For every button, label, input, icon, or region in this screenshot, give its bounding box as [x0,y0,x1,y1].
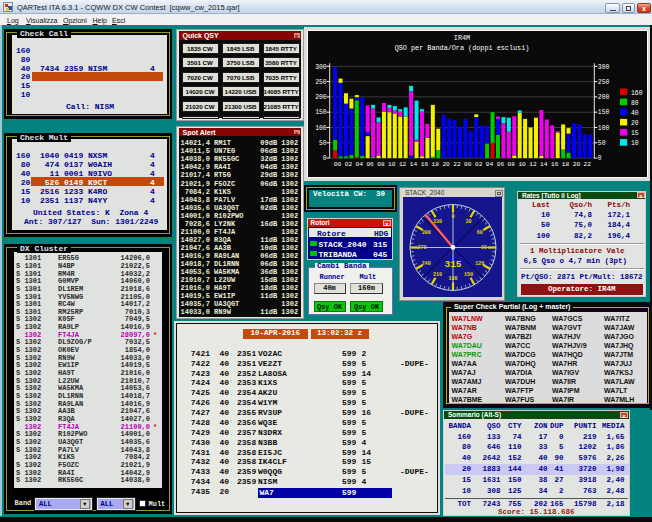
svg-text:22: 22 [583,161,591,168]
svg-text:150: 150 [315,109,327,116]
svg-text:12: 12 [529,161,537,168]
svg-text:20: 20 [631,119,639,126]
svg-text:18: 18 [562,161,570,168]
svg-text:90: 90 [480,245,486,251]
svg-text:120: 120 [475,261,484,267]
svg-text:08: 08 [507,161,515,168]
svg-text:20: 20 [442,161,450,168]
svg-text:40: 40 [631,109,639,116]
svg-text:150: 150 [598,109,610,116]
svg-text:16: 16 [421,161,429,168]
svg-text:IR4M: IR4M [454,34,470,42]
svg-text:10: 10 [518,161,526,168]
svg-text:210: 210 [432,272,441,278]
svg-text:16: 16 [551,161,559,168]
svg-text:10: 10 [631,140,639,147]
svg-text:50: 50 [319,140,327,147]
svg-text:02: 02 [475,161,483,168]
svg-text:12: 12 [399,161,407,168]
svg-text:06: 06 [366,161,374,168]
svg-text:60: 60 [476,230,482,236]
svg-text:00: 00 [464,161,472,168]
svg-text:50: 50 [598,140,606,147]
svg-text:160: 160 [631,89,643,96]
svg-text:250: 250 [598,78,610,85]
svg-text:0: 0 [323,155,327,162]
svg-text:04: 04 [486,161,494,168]
svg-text:300: 300 [421,230,430,236]
svg-text:10: 10 [388,161,396,168]
svg-text:150: 150 [463,272,472,278]
svg-text:80: 80 [631,99,639,106]
svg-text:100: 100 [598,124,610,131]
svg-text:18: 18 [431,161,439,168]
svg-text:250: 250 [315,78,327,85]
svg-text:15: 15 [631,130,639,137]
svg-text:20: 20 [573,161,581,168]
svg-text:00: 00 [334,161,342,168]
svg-text:0: 0 [598,155,602,162]
svg-text:14: 14 [410,161,418,168]
svg-text:200: 200 [315,94,327,101]
svg-text:30: 30 [465,219,471,225]
svg-text:0: 0 [451,214,454,220]
svg-text:02: 02 [345,161,353,168]
svg-text:08: 08 [377,161,385,168]
svg-text:300: 300 [598,63,610,70]
svg-text:14: 14 [540,161,548,168]
svg-text:300: 300 [315,63,327,70]
svg-text:270: 270 [417,245,426,251]
svg-text:100: 100 [315,124,327,131]
svg-text:240: 240 [421,261,430,267]
svg-text:200: 200 [598,94,610,101]
svg-text:06: 06 [497,161,505,168]
svg-text:04: 04 [355,161,363,168]
svg-text:180: 180 [448,276,457,282]
svg-text:315: 315 [444,259,461,270]
svg-text:QSO per Banda/Ora (doppi esclu: QSO per Banda/Ora (doppi esclusi) [395,43,530,51]
svg-text:22: 22 [453,161,461,168]
